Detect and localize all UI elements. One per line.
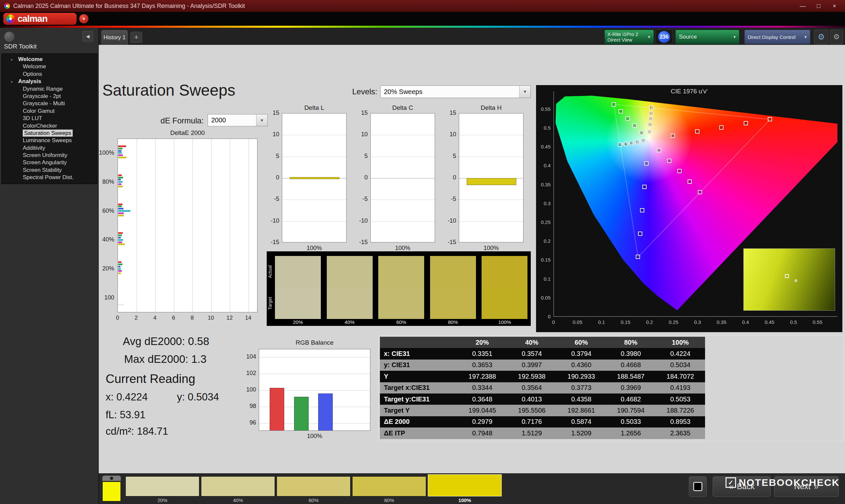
table-cell: 0.5874 [557, 416, 606, 428]
logo-dropdown-button[interactable]: ▼ [79, 14, 88, 23]
de-bar-blue [118, 179, 121, 180]
target-marker [671, 133, 675, 138]
y-tick-label: 60% [83, 208, 114, 214]
table-cell: 0.3997 [507, 360, 557, 371]
table-cell: 0.5053 [655, 394, 705, 405]
table-cell: 1.2656 [606, 428, 655, 439]
meter-dropdown[interactable]: X-Rite i1Pro 2 Direct View ▼ [604, 30, 654, 44]
y-tick-label: -10 [350, 217, 368, 224]
table-cell: 0.5034 [655, 360, 705, 371]
delta-c-title: Delta C [370, 104, 435, 111]
table-row-label: ΔE 2000 [380, 416, 457, 428]
pattern-swatch-100%[interactable] [428, 474, 502, 497]
sidebar-item-grayscale-multi[interactable]: Grayscale - Multi [2, 100, 97, 107]
table-row-label: ΔE ITP [380, 428, 457, 439]
sidebar-item-label: Grayscale - 2pt [23, 93, 61, 99]
source-dropdown[interactable]: Source ▼ [675, 30, 739, 44]
de-bar-magenta [118, 270, 122, 272]
table-cell: 0.4682 [606, 394, 655, 405]
de-formula-dropdown[interactable]: 2000 ▼ [208, 114, 268, 126]
calman-logo[interactable]: calman [3, 13, 76, 25]
window-controls: — □ × [795, 0, 842, 12]
table-row-label: Target x:CIE31 [380, 382, 457, 394]
measured-marker [637, 141, 640, 144]
add-tab-button[interactable]: + [130, 32, 142, 43]
color-wheel-icon [110, 476, 113, 480]
pattern-swatch-20%[interactable] [125, 476, 199, 497]
levels-dropdown[interactable]: 20% Sweeps ▼ [380, 86, 531, 98]
y-tick-label: 0 [530, 314, 550, 319]
gridline [371, 178, 435, 178]
pattern-swatch-40%[interactable] [201, 476, 275, 497]
y-tick-label: 10 [261, 131, 279, 138]
deltae-chart-title: DeltaE 2000 [118, 129, 258, 137]
inset-target-marker [785, 274, 789, 278]
y-tick-label: 80% [83, 178, 114, 185]
pattern-swatch-80%[interactable] [352, 476, 426, 497]
sidebar-item-welcome[interactable]: Welcome [2, 63, 97, 70]
settings-gear-icon[interactable]: ⚙ [814, 30, 828, 44]
sidebar-item-label: Dynamic Range [23, 86, 63, 92]
sidebar-item-options[interactable]: Options [2, 71, 97, 78]
de-bar-green [118, 235, 122, 236]
de-bar-cyan [118, 239, 123, 241]
target-marker [688, 179, 692, 184]
minimize-button[interactable]: — [795, 0, 811, 12]
swatch-label: 20% [275, 319, 321, 325]
sidebar-collapse-button[interactable]: ◀ [83, 31, 93, 41]
table-cell: 197.2388 [457, 371, 507, 382]
gridline [371, 135, 435, 135]
sidebar-item-screen-angularity[interactable]: Screen Angularity [2, 159, 97, 166]
sidebar-item-analysis[interactable]: ▲Analysis [2, 78, 97, 85]
tree-expander-icon[interactable]: ▲ [10, 78, 13, 85]
x-reading: x: 0.4224 [106, 391, 148, 403]
table-cell: 188.5487 [606, 371, 655, 382]
de-bar-blue [118, 150, 122, 152]
pattern-swatch-60%[interactable] [277, 476, 351, 497]
chevron-down-icon: ▼ [645, 35, 654, 39]
y-tick-label: -15 [438, 239, 456, 246]
sidebar-item-label: Additivity [23, 145, 45, 151]
swatch-actual-100% [481, 256, 527, 288]
table-row-label: Y [380, 371, 457, 382]
current-color-tab[interactable] [102, 475, 121, 481]
chevron-down-icon: ▼ [730, 35, 739, 39]
sidebar-item-saturation-sweeps[interactable]: Saturation Sweeps [2, 130, 97, 137]
sidebar-item-welcome[interactable]: ▲Welcome [2, 56, 97, 63]
de-bar-cyan [118, 210, 130, 212]
sidebar-item-luminance-sweeps[interactable]: Luminance Sweeps [2, 137, 97, 144]
sidebar-item-colorchecker[interactable]: ColorChecker [2, 122, 97, 130]
tree-expander-icon[interactable]: ▲ [10, 56, 13, 63]
y-tick-label: 10 [438, 131, 456, 138]
table-cell: 192.5938 [507, 371, 557, 382]
x-tick-label: 4 [148, 315, 161, 321]
y-tick-label: 0.4 [530, 163, 550, 168]
measured-marker [651, 107, 654, 109]
tab-history-1[interactable]: History 1 [101, 30, 128, 45]
table-cell: 0.3773 [557, 382, 606, 394]
swatch-actual-80% [430, 256, 476, 288]
y-tick-label: 20% [83, 265, 114, 272]
x-tick-label: 0.45 [761, 319, 778, 325]
x-tick-label: 0.3 [689, 319, 706, 325]
sidebar-item-grayscale-2pt[interactable]: Grayscale - 2pt [2, 93, 97, 100]
y-tick-label: 96 [238, 419, 256, 426]
close-button[interactable]: × [827, 0, 842, 12]
gridline [259, 374, 370, 374]
x-tick-label: 0.15 [617, 319, 634, 325]
sidebar-item-3d-lut[interactable]: 3D LUT [2, 115, 97, 122]
sidebar-round-button[interactable] [4, 32, 14, 41]
display-control-dropdown[interactable]: Direct Display Control ▼ [744, 30, 810, 44]
settings-gear-icon-2[interactable]: ⚙ [830, 30, 843, 44]
x-tick-label: 0.55 [809, 319, 826, 325]
y-tick-label: 0 [261, 174, 279, 181]
sidebar-item-color-gamut[interactable]: Color Gamut [2, 108, 97, 115]
logo-text: calman [17, 14, 48, 24]
sidebar-item-screen-stability[interactable]: Screen Stability [2, 166, 97, 174]
sidebar-item-dynamic-range[interactable]: Dynamic Range [2, 86, 97, 93]
table-cell: 0.3653 [457, 360, 507, 371]
pattern-window-button[interactable] [689, 476, 707, 497]
y-tick-label: -10 [261, 217, 279, 224]
maximize-button[interactable]: □ [811, 0, 827, 12]
page-title: Saturation Sweeps [102, 81, 235, 99]
